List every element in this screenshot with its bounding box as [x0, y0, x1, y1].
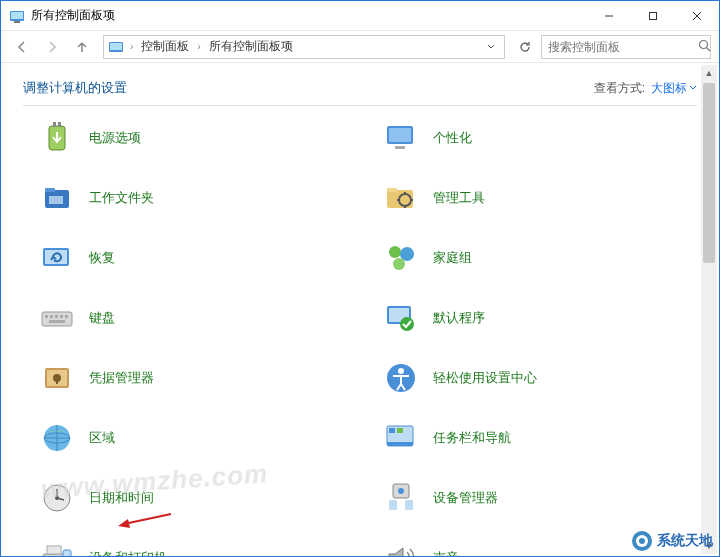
brand-logo-icon: [631, 530, 653, 552]
item-label: 设备和打印机: [89, 549, 167, 557]
addressbar-icon: [108, 39, 124, 55]
personalize-icon: [383, 120, 419, 156]
item-default-programs[interactable]: 默认程序: [383, 298, 697, 338]
svg-rect-2: [14, 21, 20, 23]
item-devices-printers[interactable]: 设备和打印机: [39, 538, 353, 557]
svg-rect-18: [45, 188, 55, 192]
vertical-scrollbar[interactable]: ▲ ▼: [701, 65, 717, 554]
item-label: 个性化: [433, 129, 472, 147]
svg-rect-8: [110, 43, 122, 50]
svg-point-57: [398, 488, 404, 494]
sound-icon: [383, 540, 419, 557]
item-power-options[interactable]: 电源选项: [39, 118, 353, 158]
devicemgr-icon: [383, 480, 419, 516]
item-homegroup[interactable]: 家庭组: [383, 238, 697, 278]
svg-rect-32: [60, 315, 63, 318]
heading-row: 调整计算机的设置 查看方式: 大图标: [1, 63, 719, 105]
devices-icon: [39, 540, 75, 557]
chevron-right-icon: ›: [197, 41, 200, 52]
item-label: 管理工具: [433, 189, 485, 207]
refresh-button[interactable]: [513, 35, 537, 59]
breadcrumb-control-panel[interactable]: 控制面板: [139, 36, 191, 57]
view-by-value[interactable]: 大图标: [651, 80, 697, 97]
svg-rect-19: [49, 196, 63, 204]
svg-rect-59: [47, 546, 61, 554]
item-label: 日期和时间: [89, 489, 154, 507]
item-label: 键盘: [89, 309, 115, 327]
svg-rect-4: [650, 13, 657, 20]
page-heading: 调整计算机的设置: [23, 79, 594, 97]
window-controls: [587, 1, 719, 30]
svg-rect-12: [53, 122, 56, 127]
svg-point-37: [400, 317, 414, 331]
up-button[interactable]: [69, 34, 95, 60]
svg-rect-33: [65, 315, 68, 318]
item-label: 默认程序: [433, 309, 485, 327]
defaultprograms-icon: [383, 300, 419, 336]
back-button[interactable]: [9, 34, 35, 60]
forward-button[interactable]: [39, 34, 65, 60]
minimize-button[interactable]: [587, 1, 631, 31]
search-input[interactable]: [548, 40, 698, 54]
item-region[interactable]: 区域: [39, 418, 353, 458]
title-bar: 所有控制面板项: [1, 1, 719, 31]
item-device-manager[interactable]: 设备管理器: [383, 478, 697, 518]
item-personalization[interactable]: 个性化: [383, 118, 697, 158]
item-label: 工作文件夹: [89, 189, 154, 207]
svg-rect-16: [395, 146, 405, 149]
keyboard-icon: [39, 300, 75, 336]
easeofaccess-icon: [383, 360, 419, 396]
svg-rect-21: [387, 188, 397, 192]
item-label: 声音: [433, 549, 459, 557]
item-ease-of-access[interactable]: 轻松使用设置中心: [383, 358, 697, 398]
item-label: 设备管理器: [433, 489, 498, 507]
brand-text: 系统天地: [657, 532, 713, 550]
svg-point-71: [639, 538, 645, 544]
item-date-time[interactable]: 日期和时间: [39, 478, 353, 518]
chevron-right-icon: ›: [130, 41, 133, 52]
item-taskbar[interactable]: 任务栏和导航: [383, 418, 697, 458]
item-label: 电源选项: [89, 129, 141, 147]
credential-icon: [39, 360, 75, 396]
region-icon: [39, 420, 75, 456]
control-panel-icon: [9, 8, 25, 24]
item-credential-manager[interactable]: 凭据管理器: [39, 358, 353, 398]
svg-rect-41: [56, 378, 58, 384]
svg-line-10: [707, 47, 711, 51]
scroll-thumb[interactable]: [703, 83, 715, 263]
homegroup-icon: [383, 240, 419, 276]
taskbar-icon: [383, 420, 419, 456]
item-work-folders[interactable]: 工作文件夹: [39, 178, 353, 218]
admintools-icon: [383, 180, 419, 216]
view-by: 查看方式: 大图标: [594, 80, 697, 97]
item-admin-tools[interactable]: 管理工具: [383, 178, 697, 218]
svg-point-9: [700, 40, 708, 48]
item-keyboard[interactable]: 键盘: [39, 298, 353, 338]
search-icon[interactable]: [698, 39, 711, 55]
svg-rect-49: [397, 428, 403, 433]
item-recovery[interactable]: 恢复: [39, 238, 353, 278]
item-label: 恢复: [89, 249, 115, 267]
maximize-button[interactable]: [631, 1, 675, 31]
breadcrumb-all-items[interactable]: 所有控制面板项: [207, 36, 295, 57]
search-box[interactable]: [541, 35, 711, 59]
item-label: 区域: [89, 429, 115, 447]
svg-rect-1: [11, 12, 23, 19]
svg-point-25: [389, 246, 401, 258]
svg-rect-15: [389, 128, 411, 142]
divider: [23, 105, 697, 106]
folder-icon: [39, 180, 75, 216]
svg-rect-48: [389, 428, 395, 433]
scroll-up-button[interactable]: ▲: [701, 65, 717, 81]
close-button[interactable]: [675, 1, 719, 31]
address-bar[interactable]: › 控制面板 › 所有控制面板项: [103, 35, 505, 59]
svg-rect-30: [50, 315, 53, 318]
svg-point-43: [398, 368, 404, 374]
svg-rect-55: [389, 500, 397, 510]
svg-rect-29: [45, 315, 48, 318]
item-label: 轻松使用设置中心: [433, 369, 537, 387]
address-dropdown[interactable]: [482, 40, 500, 54]
window-title: 所有控制面板项: [31, 7, 587, 24]
item-label: 任务栏和导航: [433, 429, 511, 447]
svg-rect-31: [55, 315, 58, 318]
